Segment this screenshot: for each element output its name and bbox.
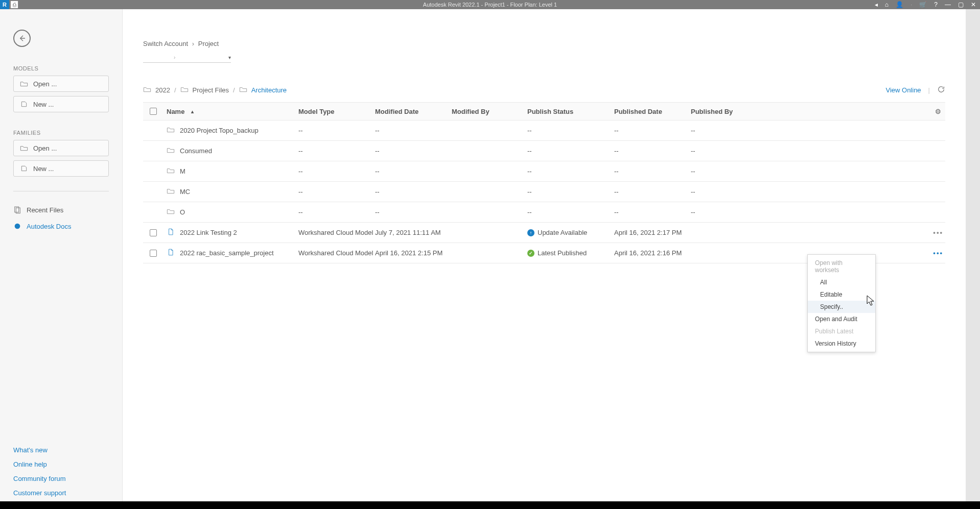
window-restore-icon[interactable]: ▢ xyxy=(958,1,964,8)
models-open-button[interactable]: Open ... xyxy=(13,76,109,92)
recent-files-icon xyxy=(13,206,21,214)
families-new-button[interactable]: New ... xyxy=(13,160,109,177)
sidebar-recent-files[interactable]: Recent Files xyxy=(13,202,109,218)
ctx-all[interactable]: All xyxy=(808,276,875,288)
col-published-by[interactable]: Published By xyxy=(691,108,747,115)
bottom-band xyxy=(0,501,980,509)
select-all-checkbox[interactable] xyxy=(150,108,157,115)
account-dropdown[interactable]: › ▾ xyxy=(143,53,231,63)
table-row[interactable]: Consumed---------- xyxy=(143,141,945,161)
community-forum-link[interactable]: Community forum xyxy=(13,471,109,486)
titlebar-right: ◂ ⌂ 👤 · 🛒 ? — ▢ ✕ xyxy=(875,1,980,8)
row-more-actions-icon[interactable]: ••• xyxy=(933,229,943,236)
view-online-sep: | xyxy=(928,86,930,94)
back-button[interactable] xyxy=(13,30,31,47)
titlebar-user-icon[interactable]: 👤 xyxy=(896,1,903,8)
ctx-editable[interactable]: Editable xyxy=(808,288,875,301)
row-published-date: April 16, 2021 2:17 PM xyxy=(614,229,691,236)
customer-support-link[interactable]: Customer support xyxy=(13,486,109,500)
folder-icon xyxy=(167,167,175,176)
col-modified-date[interactable]: Modified Date xyxy=(375,108,452,115)
titlebar-cart-icon[interactable]: 🛒 xyxy=(919,1,927,8)
titlebar-home-icon[interactable]: ⌂ xyxy=(885,1,889,8)
col-modified-by[interactable]: Modified By xyxy=(452,108,527,115)
row-publish-status: -- xyxy=(527,127,532,134)
table-row[interactable]: 2022 Link Testing 2Workshared Cloud Mode… xyxy=(143,223,945,243)
globe-icon xyxy=(13,222,21,230)
folder-icon xyxy=(167,187,175,196)
column-settings-gear-icon[interactable]: ⚙ xyxy=(935,108,941,115)
table-row[interactable]: MC---------- xyxy=(143,182,945,202)
col-model-type[interactable]: Model Type xyxy=(298,108,375,115)
path-root-icon[interactable] xyxy=(143,86,151,94)
table-row[interactable]: O---------- xyxy=(143,202,945,223)
sidebar-autodesk-docs[interactable]: Autodesk Docs xyxy=(13,218,109,234)
revit-app-icon[interactable]: R xyxy=(0,0,9,9)
families-new-label: New ... xyxy=(33,165,54,173)
sort-asc-icon: ▴ xyxy=(191,109,194,114)
path-lvl3[interactable]: Architecture xyxy=(251,86,287,94)
path-lvl3-icon xyxy=(239,86,247,94)
titlebar-help-icon[interactable]: ? xyxy=(934,1,938,8)
row-model-type: Workshared Cloud Model xyxy=(298,229,375,236)
window-close-icon[interactable]: ✕ xyxy=(971,1,976,8)
svg-point-2 xyxy=(15,224,20,229)
row-name: O xyxy=(180,208,185,216)
row-context-menu: Open with worksets All Editable Specify.… xyxy=(807,254,876,352)
row-published-date: -- xyxy=(614,127,691,134)
path-lvl2[interactable]: Project Files xyxy=(193,86,229,94)
breadcrumb: Switch Account › Project xyxy=(143,40,945,47)
right-gutter xyxy=(966,9,980,509)
save-qat-icon[interactable]: ⎙ xyxy=(10,1,18,9)
status-latest-icon: ✓ xyxy=(527,250,534,257)
row-name: 2022 Link Testing 2 xyxy=(180,229,237,236)
ctx-version-history[interactable]: Version History xyxy=(808,337,875,350)
table-row[interactable]: M---------- xyxy=(143,161,945,182)
sidebar: MODELS Open ... New ... FAMILIES Open ..… xyxy=(0,9,123,509)
row-more-actions-icon[interactable]: ••• xyxy=(933,249,943,257)
row-name: MC xyxy=(180,188,190,196)
folder-icon xyxy=(167,126,175,135)
titlebar-caret-icon[interactable]: ◂ xyxy=(875,1,878,8)
refresh-button[interactable] xyxy=(937,85,945,95)
row-checkbox[interactable] xyxy=(150,250,157,257)
row-published-by: -- xyxy=(691,188,747,196)
row-publish-status: -- xyxy=(527,188,532,196)
col-published-date[interactable]: Published Date xyxy=(614,108,691,115)
row-published-date: April 16, 2021 2:16 PM xyxy=(614,249,691,257)
row-published-date: -- xyxy=(614,167,691,175)
ctx-publish-latest: Publish Latest xyxy=(808,325,875,337)
whats-new-link[interactable]: What's new xyxy=(13,443,109,457)
models-section-title: MODELS xyxy=(13,65,109,71)
row-model-type: Workshared Cloud Model xyxy=(298,249,375,257)
families-open-label: Open ... xyxy=(33,144,57,152)
families-open-button[interactable]: Open ... xyxy=(13,140,109,156)
window-minimize-icon[interactable]: — xyxy=(945,1,951,8)
breadcrumb-switch-account[interactable]: Switch Account xyxy=(143,40,188,47)
rvt-file-icon xyxy=(167,228,175,237)
table-row[interactable]: 2020 Project Topo_backup---------- xyxy=(143,120,945,141)
row-published-date: -- xyxy=(614,147,691,155)
arrow-left-icon xyxy=(18,34,26,42)
online-help-link[interactable]: Online help xyxy=(13,457,109,471)
row-published-by: -- xyxy=(691,127,747,134)
row-checkbox[interactable] xyxy=(150,229,157,236)
view-online-link[interactable]: View Online xyxy=(885,86,921,94)
row-model-type: -- xyxy=(298,167,375,175)
breadcrumb-project[interactable]: Project xyxy=(198,40,219,47)
models-new-button[interactable]: New ... xyxy=(13,96,109,112)
row-publish-status: -- xyxy=(527,167,532,175)
row-modified-date: -- xyxy=(375,208,452,216)
row-published-by: -- xyxy=(691,147,747,155)
ctx-open-audit[interactable]: Open and Audit xyxy=(808,313,875,325)
row-publish-status: Latest Published xyxy=(538,249,587,257)
ctx-specify[interactable]: Specify.. xyxy=(808,301,875,313)
col-name[interactable]: Name ▴ xyxy=(164,108,298,115)
rvt-file-icon xyxy=(167,249,175,257)
row-modified-date: April 16, 2021 2:15 PM xyxy=(375,249,452,257)
row-model-type: -- xyxy=(298,188,375,196)
path-row: 2022 / Project Files / Architecture View… xyxy=(143,85,945,95)
path-lvl1[interactable]: 2022 xyxy=(155,86,170,94)
col-publish-status[interactable]: Publish Status xyxy=(527,108,614,115)
file-table: Name ▴ Model Type Modified Date Modified… xyxy=(143,102,945,263)
